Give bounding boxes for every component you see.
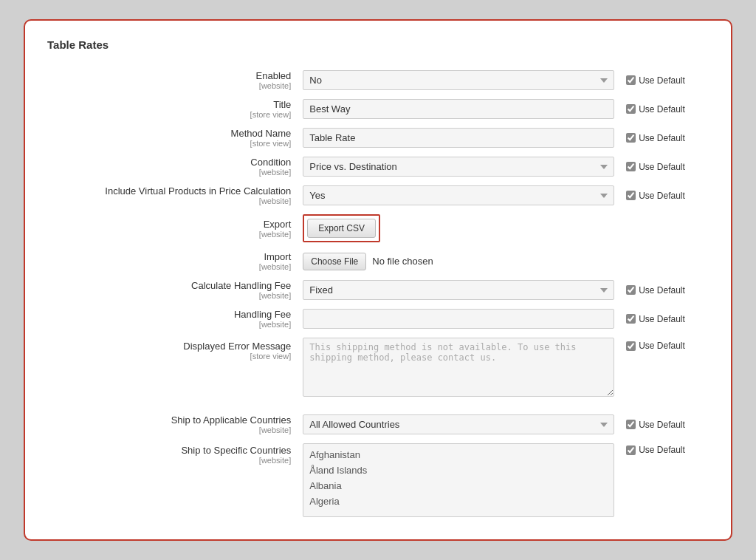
no-file-text: No file chosen [372,256,433,267]
enabled-label: Enabled [website] [47,66,297,95]
export-csv-button[interactable]: Export CSV [307,219,376,238]
handling-fee-row: Handling Fee [website] Use Default [47,304,709,333]
export-wrapper: Export CSV [303,214,380,242]
title-use-default-checkbox[interactable] [626,104,636,114]
include-virtual-label: Include Virtual Products in Price Calcul… [47,181,297,210]
calc-handling-fee-label: Calculate Handling Fee [website] [47,276,297,304]
title-row: Title [store view] Use Default [47,95,709,123]
main-card: Table Rates Enabled [website] No Yes [24,19,732,541]
title-label: Title [store view] [47,95,297,123]
ship-specific-countries-list[interactable]: Afghanistan Åland Islands Albania Algeri… [303,443,614,517]
method-name-label: Method Name [store view] [47,123,297,152]
export-label: Export [website] [47,210,297,247]
spacer-row [47,401,709,410]
ship-specific-row: Ship to Specific Countries [website] Afg… [47,439,709,522]
method-name-row: Method Name [store view] Use Default [47,123,709,152]
page-title: Table Rates [47,38,709,51]
error-message-row: Displayed Error Message [store view] Thi… [47,333,709,401]
settings-table: Enabled [website] No Yes Use Default [47,66,709,522]
handling-fee-label: Handling Fee [website] [47,304,297,333]
handling-fee-use-default-checkbox[interactable] [626,314,636,324]
method-name-use-default-checkbox[interactable] [626,133,636,143]
calc-handling-fee-select[interactable]: Fixed Percent [303,280,614,300]
calc-handling-fee-row: Calculate Handling Fee [website] Fixed P… [47,276,709,304]
condition-row: Condition [website] Price vs. Destinatio… [47,152,709,181]
title-input[interactable] [303,99,614,119]
enabled-row: Enabled [website] No Yes Use Default [47,66,709,95]
condition-use-default-checkbox[interactable] [626,162,636,171]
include-virtual-use-default-checkbox[interactable] [626,191,636,200]
ship-specific-use-default-checkbox[interactable] [626,445,636,455]
handling-fee-input[interactable] [303,309,614,329]
ship-specific-label: Ship to Specific Countries [website] [47,439,297,522]
condition-label: Condition [website] [47,152,297,181]
condition-select[interactable]: Price vs. Destination Weight vs. Destina… [303,157,614,177]
import-label: Import [website] [47,247,297,276]
enabled-select[interactable]: No Yes [303,70,614,90]
enabled-use-default-checkbox[interactable] [626,75,636,85]
import-row: Import [website] Choose File No file cho… [47,247,709,276]
error-message-textarea[interactable]: This shipping method is not available. T… [303,338,614,397]
choose-file-button[interactable]: Choose File [303,253,366,270]
include-virtual-row: Include Virtual Products in Price Calcul… [47,181,709,210]
ship-applicable-use-default-checkbox[interactable] [626,420,636,429]
include-virtual-select[interactable]: Yes No [303,185,614,205]
ship-applicable-row: Ship to Applicable Countries [website] A… [47,410,709,439]
export-row: Export [website] Export CSV [47,210,709,247]
ship-applicable-select[interactable]: All Allowed Countries Specific Countries [303,414,614,434]
file-input-wrapper: Choose File No file chosen [303,253,614,270]
method-name-input[interactable] [303,128,614,148]
ship-applicable-label: Ship to Applicable Countries [website] [47,410,297,439]
error-message-use-default-checkbox[interactable] [626,341,636,351]
error-message-label: Displayed Error Message [store view] [47,333,297,401]
calc-handling-fee-use-default-checkbox[interactable] [626,285,636,295]
